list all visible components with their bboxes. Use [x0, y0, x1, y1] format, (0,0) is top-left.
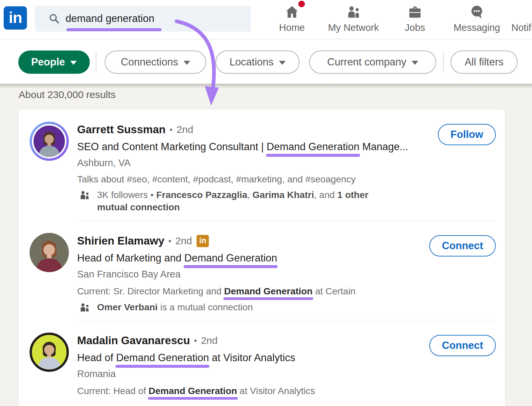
profile-photo [34, 126, 65, 157]
filter-label: All filters [465, 56, 503, 68]
filter-locations[interactable]: Locations [215, 51, 300, 74]
top-navigation-bar: in Home [0, 0, 532, 39]
profile-content: Garrett Sussman • 2nd SEO and Content Ma… [77, 122, 496, 213]
profile-headline: SEO and Content Marketing Consultant | D… [77, 140, 496, 154]
mutual-connections-icon [79, 302, 91, 314]
avatar[interactable] [30, 122, 69, 161]
chevron-down-icon [184, 61, 190, 65]
nav-messaging[interactable]: Messaging [449, 0, 505, 39]
nav-label: Notifications [509, 22, 532, 33]
action-button[interactable]: Follow [438, 124, 496, 145]
connection-degree: 2nd [175, 234, 192, 248]
current-position: Current: Head of Demand Generation at Vi… [77, 385, 496, 397]
result-divider [77, 320, 496, 320]
linkedin-logo-icon[interactable]: in [4, 6, 27, 30]
chevron-down-icon [412, 61, 418, 65]
search-icon [48, 13, 60, 25]
results-count: About 230,000 results [19, 89, 116, 100]
search-term-underline-annotation [66, 28, 162, 31]
mutual-connections-icon [79, 190, 91, 202]
current-position: Current: Sr. Director Marketing and Dema… [77, 285, 496, 298]
action-button[interactable]: Connect [429, 335, 496, 356]
chevron-down-icon [279, 61, 286, 65]
nav-notifications[interactable]: Notifications [509, 0, 532, 39]
profile-location: San Francisco Bay Area [77, 268, 496, 280]
filter-category-people[interactable]: People [18, 51, 90, 74]
action-button[interactable]: Connect [429, 235, 496, 256]
nav-home[interactable]: Home [264, 0, 320, 39]
search-bar[interactable] [35, 6, 251, 32]
mutual-connections[interactable]: Omer Verbani is a mutual connection [77, 301, 396, 314]
nav-my-network[interactable]: My Network [325, 0, 382, 39]
profile-name[interactable]: Garrett Sussman [77, 122, 166, 137]
filter-label: Connections [121, 56, 178, 68]
degree-separator: • [168, 234, 171, 248]
nav-label: Messaging [449, 22, 505, 33]
profile-location: Romania [77, 367, 496, 380]
avatar[interactable] [30, 333, 69, 372]
degree-separator: • [170, 122, 173, 137]
jobs-icon [407, 4, 423, 20]
messaging-icon [469, 4, 484, 20]
result-divider [77, 221, 496, 221]
profile-name[interactable]: Madalin Gavanarescu [77, 333, 190, 348]
search-result-profile: Garrett Sussman • 2nd SEO and Content Ma… [30, 122, 496, 213]
notification-badge [298, 1, 305, 7]
nav-label: Jobs [387, 22, 443, 33]
filter-current-company[interactable]: Current company [309, 51, 436, 74]
avatar[interactable] [30, 233, 69, 272]
search-input[interactable] [66, 13, 208, 25]
nav-items: Home My Network Jobs [253, 0, 532, 39]
degree-separator: • [194, 333, 197, 348]
search-filter-bar: People Connections Locations Current com… [0, 40, 532, 84]
premium-badge-icon: in [197, 235, 209, 247]
search-result-profile: Madalin Gavanarescu • 2nd Head of Demand… [30, 333, 496, 397]
talks-about: Talks about #seo, #content, #podcast, #m… [77, 173, 496, 185]
connection-degree: 2nd [177, 122, 193, 137]
chevron-down-icon [70, 61, 77, 65]
search-result-profile: Shirien Elamawy • 2nd in Head of Marketi… [30, 233, 496, 314]
filter-label: Current company [327, 56, 406, 68]
filter-connections[interactable]: Connections [105, 51, 206, 74]
mutual-connections[interactable]: 3K followers • Francesco Pazzaglia, Gari… [77, 189, 396, 213]
notifications-icon [530, 4, 532, 20]
connection-degree: 2nd [201, 333, 217, 348]
all-filters-button[interactable]: All filters [451, 51, 518, 74]
filter-divider [443, 52, 444, 72]
profile-location: Ashburn, VA [77, 156, 496, 169]
filter-divider [96, 52, 96, 72]
results-card: Garrett Sussman • 2nd SEO and Content Ma… [18, 109, 505, 406]
my-network-icon [346, 4, 361, 20]
nav-jobs[interactable]: Jobs [387, 0, 443, 39]
linkedin-search-page: { "colors": { "linkedin_blue": "#0a66c2"… [0, 0, 532, 406]
nav-label: Home [264, 22, 320, 33]
home-icon [284, 4, 300, 20]
profile-name[interactable]: Shirien Elamawy [77, 234, 164, 248]
filter-category-label: People [31, 56, 65, 68]
filter-label: Locations [229, 56, 274, 68]
nav-label: My Network [325, 22, 382, 33]
profile-photo [30, 233, 69, 272]
profile-photo [32, 335, 66, 369]
